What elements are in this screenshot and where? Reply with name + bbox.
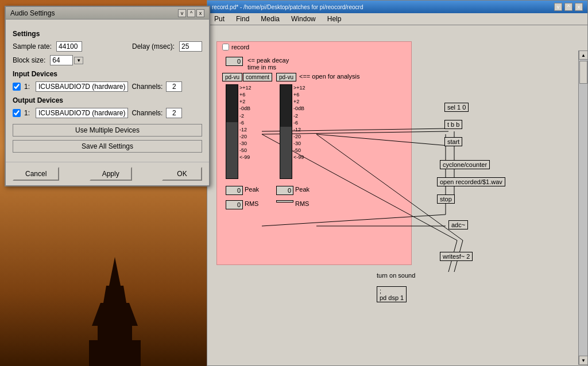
vu-labels-2: >+12 +6 +2 -0dB -2 -6 -12 -20 -30 -50 <-… [293, 84, 305, 161]
block-size-arrow[interactable]: ▼ [74, 57, 83, 64]
input-device-row: 1: ICUSBAUDIO7D (hardware) Channels: [13, 81, 202, 92]
pd-vu-obj-1[interactable]: pd-vu [222, 73, 242, 81]
peak-num-1[interactable]: 0 [226, 186, 243, 195]
output-channels-label: Channels: [131, 109, 163, 117]
peak-decay-comment: <= peak decay time in ms [247, 57, 289, 71]
dialog-body: Settings Sample rate: Delay (msec): Bloc… [6, 20, 209, 162]
output-device-num: 1: [24, 109, 32, 117]
output-device-name: ICUSBAUDIO7D (hardware) [36, 108, 128, 118]
dialog-restore-btn[interactable]: ^ [187, 9, 195, 17]
pd-minimize-btn[interactable]: v [554, 3, 562, 11]
pd-window: record.pd* - /home/pi/Desktop/patches fo… [207, 0, 588, 366]
dialog-minimize-btn[interactable]: v [178, 9, 186, 17]
open-obj[interactable]: open recorded/$1.wav [437, 177, 505, 186]
dialog-titlebar-buttons: v ^ x [178, 9, 204, 17]
pd-menubar: Put Find Media Window Help [207, 13, 587, 25]
input-device-checkbox[interactable] [13, 83, 21, 91]
vu-meter-2 [280, 84, 292, 179]
peak-label-2: Peak [295, 186, 310, 193]
dialog-title: Audio Settings [10, 9, 55, 17]
rms-label-2: RMS [295, 200, 309, 207]
rms-label-1: RMS [245, 200, 258, 207]
block-size-dropdown: ▼ [50, 55, 83, 65]
start-obj[interactable]: start [444, 137, 462, 146]
writesf-obj[interactable]: writesf~ 2 [440, 252, 473, 261]
sample-rate-row: Sample rate: Delay (msec): [13, 41, 202, 52]
temple-silhouette [57, 251, 172, 366]
svg-marker-0 [92, 257, 138, 326]
sample-rate-label: Sample rate: [13, 42, 52, 50]
scroll-up-btn[interactable]: ▲ [579, 50, 587, 60]
dialog-titlebar: Audio Settings v ^ x [6, 7, 209, 20]
pd-scrollbar-v[interactable]: ▲ ▼ [578, 50, 587, 365]
cancel-button[interactable]: Cancel [13, 167, 59, 181]
block-size-row: Block size: ▼ [13, 55, 202, 65]
vu-labels-1: >+12 +6 +2 -0dB -2 -6 -12 -20 -30 -50 <-… [239, 84, 252, 161]
output-device-row: 1: ICUSBAUDIO7D (hardware) Channels: [13, 108, 202, 118]
menu-help[interactable]: Help [325, 14, 344, 24]
dsp-obj[interactable]: ;pd dsp 1 [377, 286, 407, 302]
pd-canvas: record 0 <= peak decay time in ms pd-vu … [207, 25, 587, 365]
sample-rate-input[interactable] [56, 41, 82, 52]
record-checkbox-container: record [222, 44, 249, 50]
input-channels-label: Channels: [131, 83, 163, 91]
turn-on-sound-comment: turn on sound [377, 272, 415, 279]
dialog-footer: Cancel Apply OK [6, 162, 209, 185]
sel-obj[interactable]: sel 1 0 [444, 103, 469, 112]
menu-put[interactable]: Put [212, 14, 227, 24]
menu-find[interactable]: Find [234, 14, 252, 24]
pd-title: record.pd* - /home/pi/Desktop/patches fo… [212, 4, 363, 10]
pd-titlebar-buttons: v ^ x [554, 3, 583, 11]
stop-obj[interactable]: stop [437, 194, 455, 204]
output-channels-input[interactable] [166, 108, 182, 118]
delay-label: Delay (msec): [132, 42, 175, 50]
output-devices-label: Output Devices [13, 96, 202, 104]
cyclone-obj[interactable]: cyclone/counter [440, 160, 490, 169]
scroll-down-btn[interactable]: ▼ [579, 356, 587, 365]
save-all-settings-btn[interactable]: Save All Settings [13, 140, 202, 153]
block-size-input[interactable] [50, 55, 73, 65]
apply-button[interactable]: Apply [90, 167, 132, 181]
dialog-close-btn[interactable]: x [196, 9, 204, 17]
block-size-label: Block size: [13, 56, 45, 64]
input-devices-label: Input Devices [13, 70, 202, 78]
num-box-1[interactable]: 0 [226, 57, 243, 66]
pd-maximize-btn[interactable]: ^ [564, 3, 572, 11]
pd-vu-obj-2[interactable]: pd-vu [276, 73, 296, 81]
menu-media[interactable]: Media [258, 14, 282, 24]
peak-num-2[interactable]: 0 [276, 186, 293, 195]
record-checkbox[interactable] [222, 44, 229, 50]
input-device-name: ICUSBAUDIO7D (hardware) [36, 81, 128, 92]
menu-window[interactable]: Window [289, 14, 318, 24]
output-device-checkbox[interactable] [13, 109, 21, 117]
pd-close-btn[interactable]: x [575, 3, 583, 11]
ok-button[interactable]: OK [162, 167, 202, 181]
pd-titlebar: record.pd* - /home/pi/Desktop/patches fo… [207, 1, 587, 13]
svg-rect-2 [89, 340, 141, 366]
input-device-num: 1: [24, 83, 32, 91]
open-analysis-comment: <== open for analysis [299, 73, 360, 80]
delay-input[interactable] [179, 41, 202, 52]
comment-obj[interactable]: comment [243, 73, 272, 81]
peak-label-1: Peak [245, 186, 259, 193]
vu-meter-1 [226, 84, 238, 179]
audio-settings-dialog: Audio Settings v ^ x Settings Sample rat… [5, 6, 210, 186]
rms-num-2[interactable] [276, 200, 293, 203]
settings-section-label: Settings [13, 30, 202, 38]
use-multiple-devices-btn[interactable]: Use Multiple Devices [13, 124, 202, 137]
adc-obj[interactable]: adc~ [448, 220, 468, 229]
scroll-thumb[interactable] [579, 61, 587, 84]
t-obj[interactable]: t b b [444, 120, 462, 129]
input-channels-input[interactable] [166, 81, 182, 92]
record-label: record [231, 44, 249, 50]
rms-num-1[interactable]: 0 [226, 200, 243, 209]
